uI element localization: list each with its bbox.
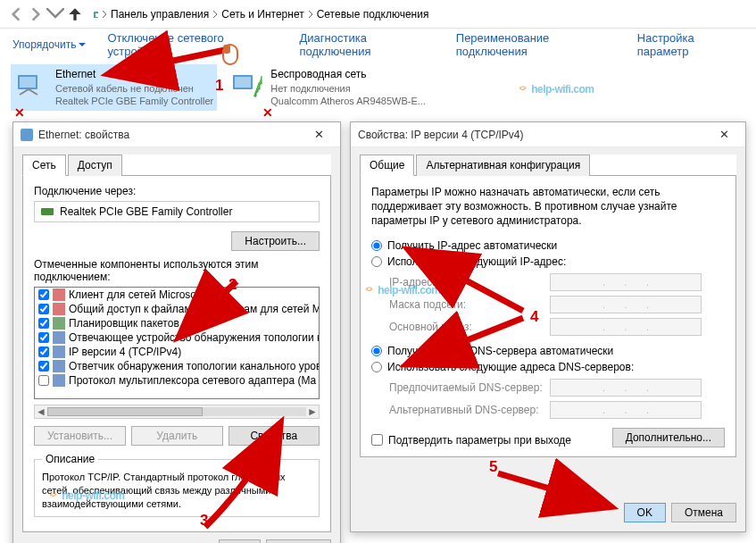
breadcrumb-item[interactable]: Панель управления: [111, 8, 209, 21]
dns-auto-radio[interactable]: [371, 346, 382, 356]
ip-auto-radio[interactable]: [371, 240, 382, 251]
tab-strip: Сеть Доступ: [22, 155, 331, 176]
connect-via-label: Подключение через:: [34, 185, 320, 197]
connection-name: Беспроводная сеть: [270, 68, 426, 82]
list-item: Общий доступ к файлам и принтерам для се…: [35, 302, 319, 316]
ok-button[interactable]: OK: [219, 539, 261, 543]
svg-rect-14: [53, 360, 65, 372]
ethernet-properties-dialog: Ethernet: свойства ✕ Сеть Доступ Подключ…: [12, 121, 341, 543]
connection-status: Сетевой кабель не подключен: [55, 82, 213, 95]
close-button[interactable]: ✕: [710, 122, 738, 146]
tab-strip: Общие Альтернативная конфигурация: [360, 155, 736, 176]
properties-button[interactable]: Свойства: [228, 426, 320, 446]
svg-rect-12: [53, 331, 65, 344]
connection-name: Ethernet: [55, 68, 213, 82]
ipv4-properties-dialog: Свойства: IP версии 4 (TCP/IPv4) ✕ Общие…: [350, 121, 746, 532]
component-icon: [53, 346, 65, 358]
connection-device: Realtek PCIe GBE Family Controller: [55, 95, 213, 107]
advanced-button[interactable]: Дополнительно...: [612, 428, 725, 447]
svg-rect-6: [235, 77, 251, 88]
back-button[interactable]: [7, 5, 25, 23]
component-icon: [53, 288, 65, 301]
info-text: Параметры IP можно назначать автоматичес…: [371, 185, 725, 229]
breadcrumb-item[interactable]: Сетевые подключения: [317, 8, 429, 21]
nav-bar: Панель управления Сеть и Интернет Сетевы…: [0, 0, 756, 29]
component-icon: [53, 331, 65, 344]
dialog-titlebar[interactable]: Ethernet: свойства ✕: [13, 122, 340, 147]
breadcrumb[interactable]: Панель управления Сеть и Интернет Сетевы…: [93, 8, 428, 21]
scroll-right-icon[interactable]: ►: [306, 405, 319, 418]
close-button[interactable]: ✕: [304, 122, 333, 146]
up-button[interactable]: [66, 5, 84, 23]
adapter-field: Realtek PCIe GBE Family Controller: [34, 201, 320, 222]
disable-device[interactable]: Отключение сетевого устройства: [107, 31, 278, 58]
ip-manual-radio[interactable]: [371, 256, 382, 267]
connection-ethernet[interactable]: Ethernet Сетевой кабель не подключен Rea…: [11, 64, 217, 111]
svg-rect-10: [53, 303, 65, 315]
tab-alternative[interactable]: Альтернативная конфигурация: [416, 155, 590, 176]
description-fieldset: Описание Протокол TCP/IP. Стандартный пр…: [34, 453, 320, 517]
dns-radio-group: Получить адрес DNS-сервера автоматически…: [371, 345, 725, 419]
svg-rect-4: [20, 77, 36, 88]
cancel-button[interactable]: Отмена: [266, 539, 331, 543]
svg-rect-9: [53, 288, 65, 301]
list-item: Протокол мультиплексора сетевого адаптер…: [35, 373, 319, 388]
list-item: IP версии 4 (TCP/IPv4): [35, 345, 319, 359]
remove-button[interactable]: Удалить: [131, 426, 223, 446]
dns-manual-radio[interactable]: [371, 362, 382, 372]
network-icon: [21, 129, 33, 141]
tab-general[interactable]: Общие: [360, 155, 414, 176]
confirm-on-exit-checkbox[interactable]: [371, 434, 383, 446]
dialog-titlebar[interactable]: Свойства: IP версии 4 (TCP/IPv4) ✕: [351, 122, 745, 147]
organize-menu[interactable]: Упорядочить: [12, 38, 86, 51]
connection-settings[interactable]: Настройка параметр: [637, 31, 744, 58]
list-item: Отвечающее устройство обнаружения тополо…: [35, 330, 319, 345]
configure-button[interactable]: Настроить...: [231, 231, 320, 251]
ip-address-input: [550, 273, 702, 291]
component-icon: [53, 317, 65, 330]
component-icon: [53, 303, 65, 315]
components-label: Отмеченные компоненты используются этим …: [34, 258, 320, 283]
install-button[interactable]: Установить...: [34, 426, 126, 446]
list-item: Планировщик пакетов QoS: [35, 316, 319, 330]
subnet-mask-input: [550, 296, 702, 313]
forward-button[interactable]: [27, 5, 45, 23]
preferred-dns-input: [550, 379, 702, 397]
components-list[interactable]: Клиент для сетей Microsoft Общий доступ …: [34, 287, 320, 399]
connection-wireless[interactable]: Беспроводная сеть Нет подключения Qualco…: [226, 64, 429, 111]
annotation-number: 2: [228, 276, 237, 294]
control-panel-icon: [93, 11, 98, 18]
wireless-icon: [229, 70, 265, 105]
ethernet-icon: [14, 70, 50, 105]
cancel-button[interactable]: Отмена: [671, 503, 736, 522]
ok-button[interactable]: OK: [624, 503, 666, 522]
list-item: Клиент для сетей Microsoft: [35, 288, 319, 302]
svg-rect-1: [96, 13, 98, 17]
svg-rect-7: [21, 129, 33, 141]
tab-network[interactable]: Сеть: [22, 155, 66, 176]
disabled-x-icon: ✕: [14, 105, 25, 120]
alternate-dns-input: [550, 401, 702, 419]
annotation-number: 4: [530, 308, 538, 326]
annotation-number: 5: [489, 458, 497, 476]
breadcrumb-item[interactable]: Сеть и Интернет: [221, 8, 303, 21]
svg-rect-11: [53, 317, 65, 330]
diagnose-connection[interactable]: Диагностика подключения: [300, 31, 435, 58]
connections-list: Ethernet Сетевой кабель не подключен Rea…: [0, 61, 756, 114]
connection-status: Нет подключения: [270, 82, 426, 95]
horizontal-scrollbar[interactable]: ◄ ►: [34, 405, 320, 419]
component-icon: [53, 360, 65, 372]
toolbar: Упорядочить Отключение сетевого устройст…: [0, 29, 756, 61]
annotation-number: 3: [200, 512, 208, 530]
gateway-input: [550, 318, 702, 336]
svg-rect-8: [41, 208, 54, 215]
ip-radio-group: Получить IP-адрес автоматически Использо…: [371, 239, 725, 336]
tab-access[interactable]: Доступ: [68, 155, 122, 176]
connection-device: Qualcomm Atheros AR9485WB-E...: [270, 95, 426, 107]
scroll-left-icon[interactable]: ◄: [35, 405, 47, 418]
recent-dropdown[interactable]: [46, 5, 64, 23]
annotation-number: 1: [215, 77, 223, 95]
svg-rect-13: [53, 346, 65, 358]
rename-connection[interactable]: Переименование подключения: [456, 31, 616, 58]
component-icon: [53, 374, 65, 387]
